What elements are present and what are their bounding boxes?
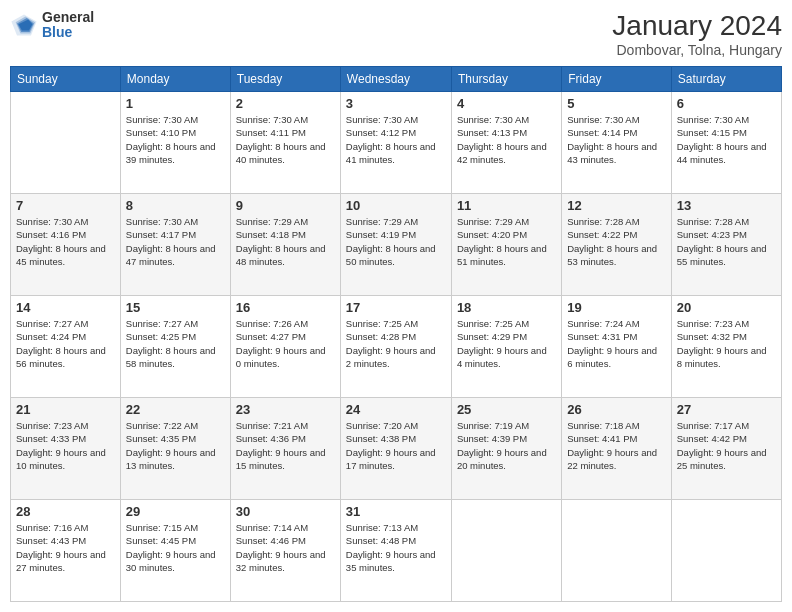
day-info: Sunrise: 7:30 AMSunset: 4:15 PMDaylight:… bbox=[677, 113, 776, 166]
day-info: Sunrise: 7:25 AMSunset: 4:28 PMDaylight:… bbox=[346, 317, 446, 370]
day-number: 14 bbox=[16, 300, 115, 315]
day-info: Sunrise: 7:17 AMSunset: 4:42 PMDaylight:… bbox=[677, 419, 776, 472]
calendar-cell bbox=[11, 92, 121, 194]
day-number: 30 bbox=[236, 504, 335, 519]
day-number: 10 bbox=[346, 198, 446, 213]
weekday-header-saturday: Saturday bbox=[671, 67, 781, 92]
calendar-cell: 26Sunrise: 7:18 AMSunset: 4:41 PMDayligh… bbox=[562, 398, 672, 500]
day-number: 11 bbox=[457, 198, 556, 213]
calendar-cell: 1Sunrise: 7:30 AMSunset: 4:10 PMDaylight… bbox=[120, 92, 230, 194]
logo-blue-text: Blue bbox=[42, 25, 94, 40]
calendar-cell: 25Sunrise: 7:19 AMSunset: 4:39 PMDayligh… bbox=[451, 398, 561, 500]
calendar-week-3: 21Sunrise: 7:23 AMSunset: 4:33 PMDayligh… bbox=[11, 398, 782, 500]
day-info: Sunrise: 7:15 AMSunset: 4:45 PMDaylight:… bbox=[126, 521, 225, 574]
day-number: 1 bbox=[126, 96, 225, 111]
day-number: 20 bbox=[677, 300, 776, 315]
page: General Blue January 2024 Dombovar, Toln… bbox=[0, 0, 792, 612]
calendar-table: SundayMondayTuesdayWednesdayThursdayFrid… bbox=[10, 66, 782, 602]
day-info: Sunrise: 7:30 AMSunset: 4:10 PMDaylight:… bbox=[126, 113, 225, 166]
calendar-cell: 14Sunrise: 7:27 AMSunset: 4:24 PMDayligh… bbox=[11, 296, 121, 398]
day-info: Sunrise: 7:14 AMSunset: 4:46 PMDaylight:… bbox=[236, 521, 335, 574]
calendar-cell: 13Sunrise: 7:28 AMSunset: 4:23 PMDayligh… bbox=[671, 194, 781, 296]
calendar-cell: 7Sunrise: 7:30 AMSunset: 4:16 PMDaylight… bbox=[11, 194, 121, 296]
calendar-week-1: 7Sunrise: 7:30 AMSunset: 4:16 PMDaylight… bbox=[11, 194, 782, 296]
day-info: Sunrise: 7:29 AMSunset: 4:18 PMDaylight:… bbox=[236, 215, 335, 268]
calendar-cell: 27Sunrise: 7:17 AMSunset: 4:42 PMDayligh… bbox=[671, 398, 781, 500]
weekday-header-wednesday: Wednesday bbox=[340, 67, 451, 92]
day-info: Sunrise: 7:30 AMSunset: 4:11 PMDaylight:… bbox=[236, 113, 335, 166]
day-info: Sunrise: 7:30 AMSunset: 4:17 PMDaylight:… bbox=[126, 215, 225, 268]
header: General Blue January 2024 Dombovar, Toln… bbox=[10, 10, 782, 58]
title-area: January 2024 Dombovar, Tolna, Hungary bbox=[612, 10, 782, 58]
day-number: 13 bbox=[677, 198, 776, 213]
day-number: 8 bbox=[126, 198, 225, 213]
day-number: 16 bbox=[236, 300, 335, 315]
day-number: 3 bbox=[346, 96, 446, 111]
day-info: Sunrise: 7:20 AMSunset: 4:38 PMDaylight:… bbox=[346, 419, 446, 472]
day-number: 27 bbox=[677, 402, 776, 417]
day-number: 7 bbox=[16, 198, 115, 213]
day-number: 26 bbox=[567, 402, 666, 417]
calendar-cell: 21Sunrise: 7:23 AMSunset: 4:33 PMDayligh… bbox=[11, 398, 121, 500]
weekday-header-friday: Friday bbox=[562, 67, 672, 92]
calendar-cell: 22Sunrise: 7:22 AMSunset: 4:35 PMDayligh… bbox=[120, 398, 230, 500]
day-number: 31 bbox=[346, 504, 446, 519]
calendar-cell bbox=[562, 500, 672, 602]
calendar-cell: 16Sunrise: 7:26 AMSunset: 4:27 PMDayligh… bbox=[230, 296, 340, 398]
day-info: Sunrise: 7:23 AMSunset: 4:32 PMDaylight:… bbox=[677, 317, 776, 370]
calendar-cell: 18Sunrise: 7:25 AMSunset: 4:29 PMDayligh… bbox=[451, 296, 561, 398]
day-info: Sunrise: 7:27 AMSunset: 4:25 PMDaylight:… bbox=[126, 317, 225, 370]
day-info: Sunrise: 7:16 AMSunset: 4:43 PMDaylight:… bbox=[16, 521, 115, 574]
weekday-header-row: SundayMondayTuesdayWednesdayThursdayFrid… bbox=[11, 67, 782, 92]
calendar-cell: 9Sunrise: 7:29 AMSunset: 4:18 PMDaylight… bbox=[230, 194, 340, 296]
calendar-cell: 2Sunrise: 7:30 AMSunset: 4:11 PMDaylight… bbox=[230, 92, 340, 194]
calendar-cell: 12Sunrise: 7:28 AMSunset: 4:22 PMDayligh… bbox=[562, 194, 672, 296]
day-info: Sunrise: 7:18 AMSunset: 4:41 PMDaylight:… bbox=[567, 419, 666, 472]
calendar-cell: 23Sunrise: 7:21 AMSunset: 4:36 PMDayligh… bbox=[230, 398, 340, 500]
day-info: Sunrise: 7:25 AMSunset: 4:29 PMDaylight:… bbox=[457, 317, 556, 370]
calendar-cell: 30Sunrise: 7:14 AMSunset: 4:46 PMDayligh… bbox=[230, 500, 340, 602]
day-number: 12 bbox=[567, 198, 666, 213]
day-number: 28 bbox=[16, 504, 115, 519]
day-info: Sunrise: 7:28 AMSunset: 4:23 PMDaylight:… bbox=[677, 215, 776, 268]
day-number: 25 bbox=[457, 402, 556, 417]
day-info: Sunrise: 7:28 AMSunset: 4:22 PMDaylight:… bbox=[567, 215, 666, 268]
day-number: 24 bbox=[346, 402, 446, 417]
day-number: 22 bbox=[126, 402, 225, 417]
calendar-cell: 24Sunrise: 7:20 AMSunset: 4:38 PMDayligh… bbox=[340, 398, 451, 500]
day-info: Sunrise: 7:29 AMSunset: 4:20 PMDaylight:… bbox=[457, 215, 556, 268]
calendar-cell: 11Sunrise: 7:29 AMSunset: 4:20 PMDayligh… bbox=[451, 194, 561, 296]
day-number: 17 bbox=[346, 300, 446, 315]
day-number: 18 bbox=[457, 300, 556, 315]
day-number: 2 bbox=[236, 96, 335, 111]
day-number: 6 bbox=[677, 96, 776, 111]
day-info: Sunrise: 7:30 AMSunset: 4:14 PMDaylight:… bbox=[567, 113, 666, 166]
day-info: Sunrise: 7:13 AMSunset: 4:48 PMDaylight:… bbox=[346, 521, 446, 574]
location: Dombovar, Tolna, Hungary bbox=[612, 42, 782, 58]
day-info: Sunrise: 7:26 AMSunset: 4:27 PMDaylight:… bbox=[236, 317, 335, 370]
day-number: 23 bbox=[236, 402, 335, 417]
calendar-week-0: 1Sunrise: 7:30 AMSunset: 4:10 PMDaylight… bbox=[11, 92, 782, 194]
day-number: 21 bbox=[16, 402, 115, 417]
calendar-week-2: 14Sunrise: 7:27 AMSunset: 4:24 PMDayligh… bbox=[11, 296, 782, 398]
day-info: Sunrise: 7:29 AMSunset: 4:19 PMDaylight:… bbox=[346, 215, 446, 268]
day-info: Sunrise: 7:21 AMSunset: 4:36 PMDaylight:… bbox=[236, 419, 335, 472]
calendar-cell: 4Sunrise: 7:30 AMSunset: 4:13 PMDaylight… bbox=[451, 92, 561, 194]
day-number: 29 bbox=[126, 504, 225, 519]
logo-general-text: General bbox=[42, 10, 94, 25]
calendar-cell: 3Sunrise: 7:30 AMSunset: 4:12 PMDaylight… bbox=[340, 92, 451, 194]
calendar-cell: 15Sunrise: 7:27 AMSunset: 4:25 PMDayligh… bbox=[120, 296, 230, 398]
calendar-cell: 17Sunrise: 7:25 AMSunset: 4:28 PMDayligh… bbox=[340, 296, 451, 398]
day-number: 15 bbox=[126, 300, 225, 315]
day-number: 19 bbox=[567, 300, 666, 315]
calendar-cell bbox=[451, 500, 561, 602]
logo-icon bbox=[10, 11, 38, 39]
day-info: Sunrise: 7:22 AMSunset: 4:35 PMDaylight:… bbox=[126, 419, 225, 472]
day-info: Sunrise: 7:24 AMSunset: 4:31 PMDaylight:… bbox=[567, 317, 666, 370]
day-number: 9 bbox=[236, 198, 335, 213]
weekday-header-monday: Monday bbox=[120, 67, 230, 92]
calendar-cell: 6Sunrise: 7:30 AMSunset: 4:15 PMDaylight… bbox=[671, 92, 781, 194]
day-info: Sunrise: 7:30 AMSunset: 4:16 PMDaylight:… bbox=[16, 215, 115, 268]
month-title: January 2024 bbox=[612, 10, 782, 42]
weekday-header-thursday: Thursday bbox=[451, 67, 561, 92]
